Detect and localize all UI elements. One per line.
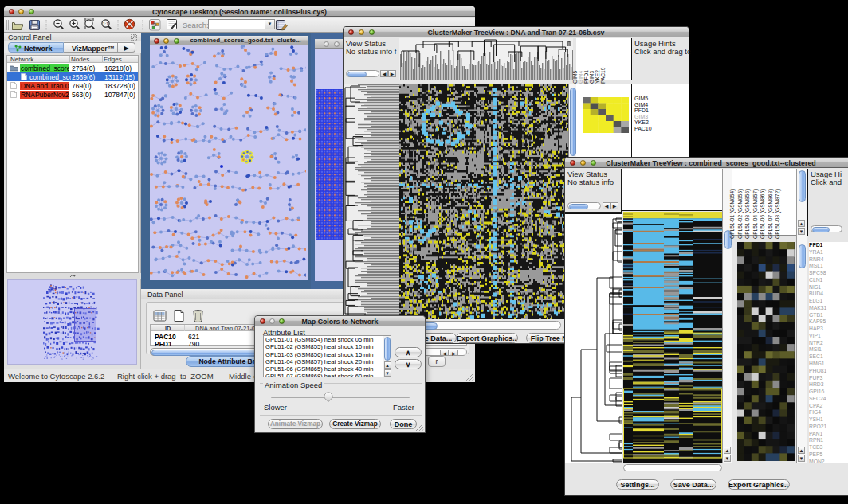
svg-text:1:1: 1:1 [103, 21, 108, 26]
